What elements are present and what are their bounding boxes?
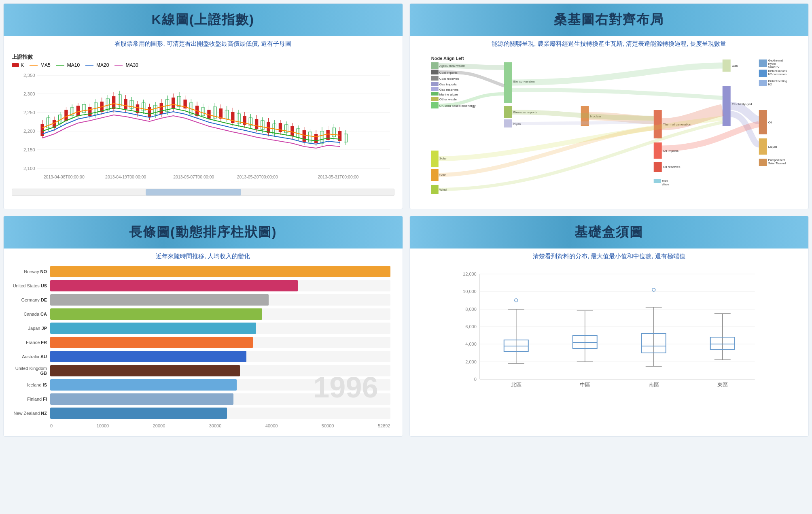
kline-scrollbar[interactable]: [12, 189, 394, 196]
svg-text:2013-04-08T00:00:00: 2013-04-08T00:00:00: [44, 175, 85, 179]
bar-inner: [50, 308, 262, 320]
svg-text:8,000: 8,000: [465, 307, 477, 312]
svg-text:District heating: District heating: [768, 80, 787, 83]
kline-panel: K線圖(上證指數) 看股票常用的圖形, 可清楚看出開盤收盤最高價最低價, 還有子…: [3, 3, 403, 209]
svg-text:Solar Thermal: Solar Thermal: [768, 162, 786, 165]
bar-inner: [50, 294, 269, 306]
bar-row: United Kingdom GB: [12, 365, 390, 376]
svg-text:Oil: Oil: [768, 121, 772, 124]
bar-inner: [50, 351, 246, 362]
bar-code-label: JP: [42, 326, 47, 331]
barchart-title: 長條圖(動態排序柱狀圖): [8, 223, 399, 241]
svg-text:Marine algae: Marine algae: [439, 93, 458, 96]
svg-text:2013-04-19T00:00:00: 2013-04-19T00:00:00: [105, 175, 146, 179]
bar-axis: [50, 422, 390, 422]
svg-text:Node Align Left: Node Align Left: [431, 56, 464, 61]
svg-rect-179: [653, 179, 661, 183]
svg-text:Gas imports: Gas imports: [439, 83, 456, 86]
svg-text:6,000: 6,000: [465, 324, 477, 329]
svg-text:南區: 南區: [648, 382, 659, 388]
svg-text:2013-05-07T00:00:00: 2013-05-07T00:00:00: [173, 175, 214, 179]
bar-outer: [50, 337, 390, 348]
bar-row: Germany DE: [12, 294, 390, 306]
svg-text:中區: 中區: [579, 382, 590, 388]
svg-text:Liquid: Liquid: [768, 145, 776, 149]
svg-text:2013-05-31T00:00:00: 2013-05-31T00:00:00: [318, 175, 358, 179]
bar-code-label: GB: [40, 371, 47, 376]
svg-rect-136: [431, 102, 438, 108]
svg-text:Gas: Gas: [731, 64, 738, 68]
svg-text:Tidal: Tidal: [661, 180, 668, 183]
boxplot-subtitle: 清楚看到資料的分布, 最大值最小值和中位數, 還有極端值: [410, 249, 809, 262]
axis-0: 0: [50, 423, 53, 428]
bar-country-label: United States US: [12, 283, 50, 288]
svg-text:H2: H2: [768, 83, 772, 86]
bar-outer: [50, 408, 390, 419]
svg-text:Other waste: Other waste: [439, 98, 457, 101]
barchart-panel: 長條圖(動態排序柱狀圖) 近年來隨時間推移, 人均收入的變化 Norway NO…: [3, 216, 403, 437]
kline-scrollbar-thumb[interactable]: [146, 189, 241, 195]
svg-rect-167: [759, 80, 767, 86]
kline-legend: K MA5 MA10 MA20 MA30: [12, 62, 394, 68]
boxplot-svg: 12,000 10,000 8,000 6,000 4,000 2,000 0: [418, 266, 801, 404]
svg-rect-128: [431, 82, 438, 86]
bar-inner: [50, 365, 240, 376]
boxplot-header: 基礎盒須圖: [410, 216, 809, 249]
bar-chart-area: Norway NO United States US Germany DE Ca…: [4, 262, 403, 436]
svg-rect-176: [759, 159, 767, 166]
bar-row: Iceland IS: [12, 379, 390, 391]
svg-text:北區: 北區: [511, 382, 521, 388]
svg-text:Wave: Wave: [661, 183, 669, 186]
svg-text:10,000: 10,000: [463, 289, 477, 294]
kline-chart-label: 上證指數: [12, 53, 394, 61]
axis-30000: 30000: [209, 423, 222, 428]
bar-outer: [50, 308, 390, 320]
legend-k-color: [12, 63, 19, 67]
svg-text:2,150: 2,150: [23, 147, 35, 152]
axis-10000: 10000: [97, 423, 109, 428]
axis-40000: 40000: [265, 423, 278, 428]
svg-text:Gas reserves: Gas reserves: [439, 88, 458, 91]
svg-text:Solar PV: Solar PV: [768, 66, 779, 68]
bar-row: Canada CA: [12, 308, 390, 320]
bar-rows-container: Norway NO United States US Germany DE Ca…: [12, 266, 390, 419]
svg-point-202: [514, 299, 517, 302]
svg-text:2,200: 2,200: [23, 129, 35, 134]
svg-text:2,350: 2,350: [23, 73, 35, 78]
kline-subtitle: 看股票常用的圖形, 可清楚看出開盤收盤最高價最低價, 還有子母圖: [4, 36, 403, 49]
bar-inner: [50, 379, 237, 391]
sankey-panel: 桑基圖右對齊布局 能源的關聯呈現, 農業廢料經過生技轉換產生瓦斯, 清楚表達能源…: [409, 3, 809, 209]
legend-ma10: MA10: [56, 62, 80, 68]
sankey-svg: Node Align Left Agricultural waste Coal …: [418, 53, 801, 199]
svg-text:Biofuel imports: Biofuel imports: [768, 70, 787, 73]
bar-outer: [50, 379, 390, 391]
bar-code-label: FR: [41, 340, 47, 345]
bar-outer: [50, 351, 390, 362]
bar-code-label: DE: [41, 297, 47, 302]
legend-ma5-label: MA5: [40, 62, 51, 68]
svg-rect-126: [431, 76, 438, 81]
svg-rect-172: [759, 110, 767, 134]
bar-inner: [50, 337, 253, 348]
legend-ma30: MA30: [114, 62, 138, 68]
kline-chart-area: 上證指數 K MA5 MA10 MA20: [4, 49, 403, 204]
svg-text:Hydro: Hydro: [768, 62, 776, 66]
bar-row: France FR: [12, 337, 390, 348]
bar-row: Japan JP: [12, 323, 390, 334]
bar-country-label: Finland FI: [12, 397, 50, 401]
svg-rect-144: [504, 62, 512, 103]
bar-row: Finland FI: [12, 393, 390, 405]
svg-rect-148: [504, 119, 512, 127]
bar-country-label: New Zealand NZ: [12, 411, 50, 416]
barchart-header: 長條圖(動態排序柱狀圖): [4, 216, 403, 249]
boxplot-chart-area: 12,000 10,000 8,000 6,000 4,000 2,000 0: [410, 262, 809, 413]
bar-axis-labels: 0 10000 20000 30000 40000 50000 52892: [50, 423, 390, 428]
axis-50000: 50000: [322, 423, 334, 428]
legend-ma20-label: MA20: [96, 62, 109, 68]
bar-row: Australia AU: [12, 351, 390, 362]
bar-code-label: NO: [40, 269, 47, 274]
sankey-subtitle: 能源的關聯呈現, 農業廢料經過生技轉換產生瓦斯, 清楚表達能源轉換過程, 長度呈…: [410, 36, 809, 49]
svg-text:Pumped heat: Pumped heat: [768, 159, 785, 162]
svg-rect-130: [431, 87, 438, 91]
sankey-header: 桑基圖右對齊布局: [410, 4, 809, 36]
